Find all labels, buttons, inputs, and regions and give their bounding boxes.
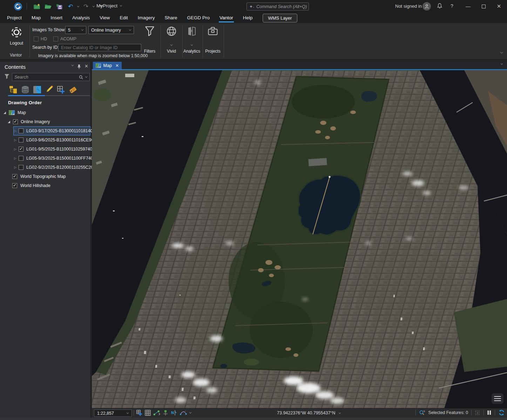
redo-dropdown-chevron[interactable] <box>93 5 95 7</box>
filters-button[interactable]: Filters <box>140 25 159 55</box>
tab-gegd-pro[interactable]: GEGD Pro <box>182 13 215 23</box>
new-project-button[interactable] <box>32 2 41 11</box>
pause-drawing-icon[interactable] <box>487 410 492 415</box>
collapsed-icon[interactable]: ▷ <box>14 156 16 160</box>
tree-node-image-layer[interactable]: ▷ LG03-9/6/2025-B1300011016CE900 <box>0 135 91 145</box>
tab-insert[interactable]: Insert <box>46 13 67 23</box>
tree-node-image-layer[interactable]: ▷ LG01-9/5/2025-B110001102597400 <box>0 145 91 154</box>
expanded-icon[interactable] <box>4 112 6 114</box>
layer-checkbox[interactable] <box>12 174 17 179</box>
edit-tab-icon[interactable] <box>45 86 53 94</box>
data-source-tab-icon[interactable] <box>21 86 29 94</box>
explore-selection-icon[interactable] <box>419 410 425 415</box>
expanded-icon[interactable] <box>8 121 10 123</box>
selected-features[interactable]: Selected Features: 0 <box>428 410 468 415</box>
labeling-tab-icon[interactable] <box>69 86 77 94</box>
attribute-table-icon[interactable] <box>145 410 151 416</box>
ribbon-group-label: Vantor <box>10 53 22 58</box>
logout-button[interactable]: Logout <box>6 25 27 55</box>
contents-search-input[interactable]: Search <box>12 73 90 81</box>
tree-node-image-layer[interactable]: ▷ LG03-9/17/2025-B130001101814C00 <box>0 126 91 135</box>
scale-select[interactable]: 1:22,857 <box>94 409 132 417</box>
tree-node-image-layer[interactable]: ▷ LG02-9/2/2025-B12000110255C200 <box>0 163 91 172</box>
search-options-chevron[interactable] <box>85 75 88 78</box>
map-view-tab[interactable]: Map ✕ <box>93 62 122 69</box>
tab-list-chevron[interactable] <box>501 62 503 65</box>
tab-help[interactable]: Help <box>238 13 258 23</box>
online-imagery-checkbox[interactable] <box>13 119 18 124</box>
save-project-button[interactable] <box>55 2 64 11</box>
wms-layer-button[interactable]: WMS Layer <box>263 14 298 22</box>
map-canvas[interactable] <box>92 70 507 408</box>
collapsed-icon[interactable]: ▷ <box>14 166 16 169</box>
analytics-button[interactable]: Analytics <box>182 25 202 55</box>
close-tab-icon[interactable]: ✕ <box>115 63 119 68</box>
help-button[interactable]: ? <box>451 3 453 9</box>
acomp-checkbox-row[interactable]: ACOMP <box>53 36 76 41</box>
tree-node-basemap[interactable]: World Topographic Map <box>0 172 91 181</box>
drawing-order-tab-icon[interactable] <box>9 86 18 94</box>
statusbar-divider <box>495 410 495 415</box>
undo-button[interactable]: ↶ <box>66 2 75 11</box>
layer-checkbox[interactable] <box>19 128 23 133</box>
tab-project[interactable]: Project <box>2 13 27 23</box>
add-data-tab-icon[interactable] <box>57 86 65 94</box>
layer-checkbox[interactable] <box>19 138 23 142</box>
layer-checkbox[interactable] <box>12 183 17 188</box>
layer-checkbox[interactable] <box>19 165 23 170</box>
snapping-icon[interactable] <box>163 410 169 416</box>
minimize-button[interactable]: — <box>460 0 476 13</box>
tabs-scrollbar-thumb[interactable] <box>8 95 45 96</box>
redo-button[interactable]: ↷ <box>81 2 90 11</box>
tab-share[interactable]: Share <box>160 13 182 23</box>
vivid-button[interactable]: Vivid <box>161 25 182 55</box>
acomp-checkbox[interactable] <box>53 36 58 41</box>
collapsed-icon[interactable]: ▷ <box>14 147 16 151</box>
tab-view[interactable]: View <box>95 13 115 23</box>
tab-vantor[interactable]: Vantor <box>215 13 238 23</box>
layer-checkbox[interactable] <box>19 147 23 152</box>
collapse-ribbon-chevron[interactable] <box>500 51 503 54</box>
close-button[interactable]: ✕ <box>491 0 507 13</box>
tree-node-online-imagery[interactable]: Online Imagery <box>0 117 91 126</box>
coordinates-readout[interactable]: 73.9422376°W 40.7955437°N <box>277 411 341 415</box>
tree-node-image-layer[interactable]: ▷ LG05-9/3/2025-B150001100FF7400 <box>0 154 91 163</box>
clear-selection-icon[interactable] <box>475 410 480 415</box>
layer-checkbox[interactable] <box>19 156 23 161</box>
tree-node-map[interactable]: Map <box>0 108 91 117</box>
maximize-button[interactable] <box>476 0 491 13</box>
hd-checkbox[interactable] <box>34 36 39 41</box>
refresh-icon[interactable] <box>498 409 505 416</box>
collapsed-icon[interactable]: ▷ <box>14 138 16 142</box>
selection-tab-icon[interactable] <box>33 86 41 94</box>
hd-checkbox-row[interactable]: HD <box>34 36 47 41</box>
filter-icon[interactable] <box>4 74 9 79</box>
signin-status[interactable]: Not signed in <box>395 4 422 9</box>
close-panel-icon[interactable]: ✕ <box>84 64 88 69</box>
tree-node-basemap[interactable]: World Hillshade <box>0 181 91 190</box>
tab-analysis[interactable]: Analysis <box>67 13 95 23</box>
pin-icon[interactable] <box>77 64 81 69</box>
project-name[interactable]: MyProject <box>96 3 122 8</box>
projects-button[interactable]: Projects <box>203 25 223 55</box>
panel-menu-chevron[interactable] <box>72 64 74 66</box>
edit-vertices-icon[interactable] <box>153 410 160 416</box>
account-button[interactable] <box>422 2 431 11</box>
tabs-scrollbar[interactable] <box>8 95 90 96</box>
map-overlay-control[interactable] <box>492 393 503 404</box>
notifications-button[interactable] <box>437 3 442 10</box>
north-arrow-icon[interactable]: N <box>171 410 177 416</box>
images-to-show-select[interactable]: 5 <box>65 26 86 34</box>
command-search[interactable]: ✦˖ Command Search (Alt+Q) <box>246 2 309 11</box>
curve-tool-icon[interactable] <box>180 410 187 416</box>
tab-map[interactable]: Map <box>27 13 46 23</box>
add-feature-icon[interactable] <box>136 409 142 416</box>
search-by-id-input[interactable] <box>58 44 141 51</box>
analytics-label: Analytics <box>183 49 200 54</box>
undo-dropdown-chevron[interactable] <box>77 5 80 7</box>
open-project-button[interactable] <box>43 2 53 11</box>
tools-overflow-chevron[interactable] <box>189 411 192 413</box>
tab-imagery[interactable]: Imagery <box>133 13 160 23</box>
imagery-source-select[interactable]: Online Imagery <box>88 26 134 34</box>
tab-edit[interactable]: Edit <box>115 13 133 23</box>
